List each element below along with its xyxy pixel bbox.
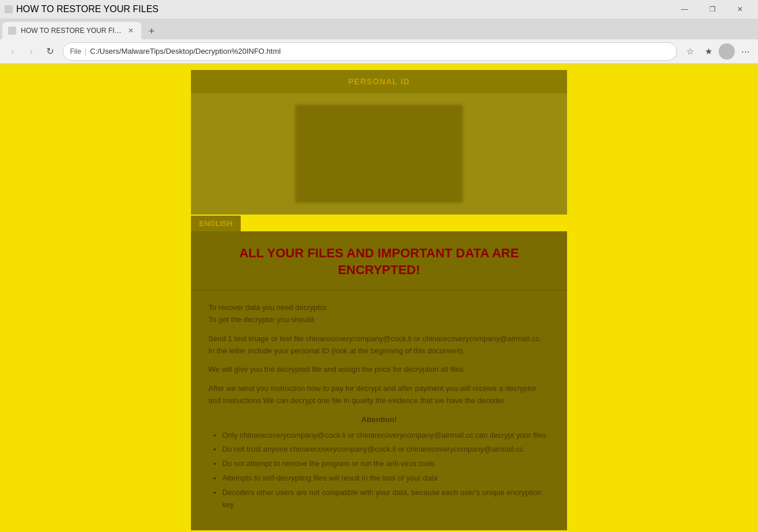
address-input[interactable] <box>90 47 669 56</box>
collections-button[interactable]: ★ <box>700 43 716 60</box>
new-tab-button[interactable]: + <box>143 23 160 39</box>
refresh-button[interactable]: ↻ <box>42 43 58 60</box>
warning-item-2: Do not trust anyone chinarecoverycompany… <box>222 444 550 456</box>
page-content: PERSONAL ID ENGLISH ALL YOUR FILES AND I… <box>0 64 758 532</box>
personal-id-body <box>191 93 567 215</box>
title-bar-left: HOW TO RESTORE YOUR FILES <box>5 4 159 14</box>
close-button[interactable]: ✕ <box>727 0 753 19</box>
favorites-button[interactable]: ☆ <box>682 43 698 60</box>
tab-favicon <box>8 27 16 35</box>
instructions-box: To recover data you need decryptor. To g… <box>191 290 567 530</box>
warning-item-1: Only chinarecoverycompany@cock.li or chi… <box>222 430 550 442</box>
toolbar-right: ☆ ★ ⋯ <box>682 43 753 60</box>
tab-close-button[interactable]: ✕ <box>126 26 135 35</box>
warning-item-5: Decoders other users are not compatible … <box>222 487 550 511</box>
attention-label: Attention! <box>208 414 550 426</box>
ransomware-note: PERSONAL ID ENGLISH ALL YOUR FILES AND I… <box>191 64 567 515</box>
english-tab[interactable]: ENGLISH <box>191 216 241 231</box>
minimize-button[interactable]: — <box>671 0 698 19</box>
warning-item-3: Do not attempt to remove the program or … <box>222 458 550 470</box>
main-headline: ALL YOUR FILES AND IMPORTANT DATA ARE EN… <box>208 245 550 278</box>
browser-chrome: HOW TO RESTORE YOUR FILES — ❐ ✕ HOW TO R… <box>0 0 758 64</box>
language-tab-container: ENGLISH <box>191 215 567 231</box>
instructions-text: To recover data you need decryptor. To g… <box>208 302 550 511</box>
address-bar[interactable]: File | <box>62 42 677 61</box>
window-title: HOW TO RESTORE YOUR FILES <box>16 4 159 14</box>
personal-id-header: PERSONAL ID <box>191 70 567 93</box>
address-separator: | <box>84 47 86 56</box>
back-button[interactable]: ‹ <box>5 43 21 60</box>
address-scheme: File <box>70 47 81 56</box>
maximize-button[interactable]: ❐ <box>699 0 726 19</box>
profile-button[interactable] <box>719 43 735 60</box>
warning-list: Only chinarecoverycompany@cock.li or chi… <box>208 430 550 511</box>
active-tab[interactable]: HOW TO RESTORE YOUR FILES ✕ <box>2 22 141 39</box>
forward-button[interactable]: › <box>23 43 39 60</box>
title-bar: HOW TO RESTORE YOUR FILES — ❐ ✕ <box>0 0 758 19</box>
more-button[interactable]: ⋯ <box>737 43 753 60</box>
main-message-box: ALL YOUR FILES AND IMPORTANT DATA ARE EN… <box>191 231 567 290</box>
tab-title: HOW TO RESTORE YOUR FILES <box>21 27 122 35</box>
warning-item-4: Attempts to self-decrypting files will r… <box>222 472 550 485</box>
navigation-toolbar: ‹ › ↻ File | ☆ ★ ⋯ <box>0 39 758 64</box>
window-controls: — ❐ ✕ <box>671 0 753 19</box>
browser-page-icon <box>5 5 13 13</box>
tab-bar: HOW TO RESTORE YOUR FILES ✕ + <box>0 19 758 39</box>
blurred-id-content <box>295 105 463 203</box>
